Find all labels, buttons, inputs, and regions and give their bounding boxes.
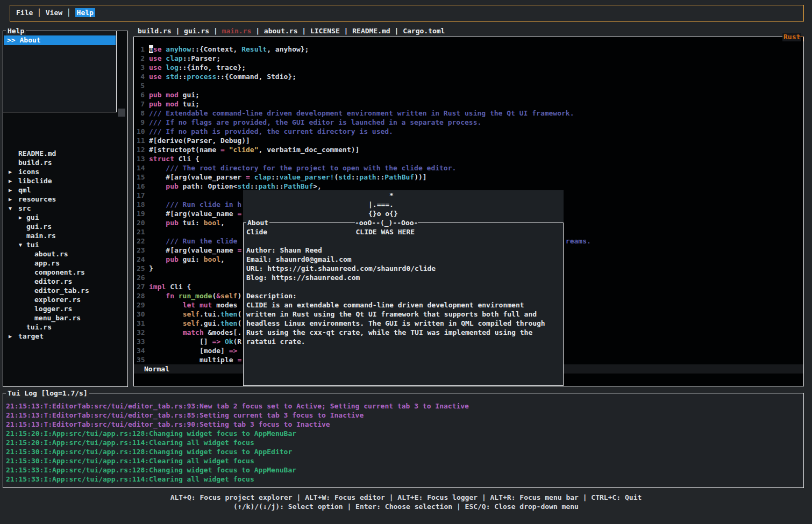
file-tree: README.mdbuild.rs▶icons▶libclide▶qml▶res…: [6, 149, 127, 341]
line-number: 28: [137, 291, 145, 300]
code-line-15[interactable]: 15 #[arg(value_parser = clap::value_pars…: [134, 173, 803, 182]
code-line-9[interactable]: 9/// If no flags are provided, the GUI e…: [134, 118, 803, 127]
tree-item-explorer.rs[interactable]: explorer.rs: [6, 295, 127, 304]
tab-separator: |: [172, 27, 184, 35]
editor-mode-label: Normal: [144, 364, 169, 374]
menu-bar: File │ View │ Help: [10, 5, 804, 21]
editor-corner-accent: [803, 37, 803, 41]
help-dropdown: Help >> About: [3, 31, 117, 112]
tab-main.rs[interactable]: main.rs: [222, 27, 252, 35]
tree-item-component.rs[interactable]: component.rs: [6, 268, 127, 277]
menu-items: File │ View │ Help: [16, 8, 95, 18]
tree-item-icons[interactable]: ▶icons: [6, 167, 127, 176]
tab-Cargo.toml[interactable]: Cargo.toml: [403, 27, 445, 35]
menu-item-view[interactable]: View: [46, 8, 62, 17]
tree-item-README.md[interactable]: README.md: [6, 149, 127, 158]
line-number: 26: [137, 273, 145, 282]
tab-README.md[interactable]: README.md: [352, 27, 390, 35]
about-popup-box: About -ooO--(_)--Ooo- Clide CLIDE WAS HE…: [243, 222, 564, 386]
tree-item-label: tui.rs: [6, 322, 52, 332]
code-line-10[interactable]: 10/// If no path is provided, the curren…: [134, 127, 803, 136]
tree-item-app.rs[interactable]: app.rs: [6, 259, 127, 268]
tree-item-label: menu_bar.rs: [6, 313, 81, 322]
tree-item-libclide[interactable]: ▶libclide: [6, 176, 127, 185]
menu-item-help[interactable]: Help: [75, 8, 95, 17]
tab-LICENSE[interactable]: LICENSE: [310, 27, 340, 35]
menu-item-file[interactable]: File: [16, 8, 33, 17]
ascii-art-border: -ooO--(_)--Ooo-: [355, 218, 418, 227]
log-entry: 21:15:20:I:App:src/tui/app.rs:128:Changi…: [6, 429, 802, 438]
line-number: 22: [137, 236, 145, 246]
code-line-5[interactable]: 5: [134, 81, 803, 90]
line-number: 32: [137, 328, 145, 337]
tree-item-main.rs[interactable]: main.rs: [6, 231, 127, 240]
tree-item-build.rs[interactable]: build.rs: [6, 158, 127, 167]
tab-separator: |: [340, 27, 352, 35]
line-number: 8: [137, 109, 145, 118]
code-line-16[interactable]: 16 pub path: Option<std::path::PathBuf>,: [134, 182, 803, 191]
tab-gui.rs[interactable]: gui.rs: [184, 27, 209, 35]
code-line-1[interactable]: 1use anyhow::{Context, Result, anyhow};: [134, 45, 803, 54]
chevron-right-icon: ▶: [9, 176, 12, 185]
line-number: 27: [137, 282, 145, 291]
help-bar-shortcuts-line2: (↑/k)/(↓/j): Select option | Enter: Choo…: [0, 502, 812, 511]
tree-item-editor.rs[interactable]: editor.rs: [6, 277, 127, 286]
tree-item-label: component.rs: [6, 268, 85, 277]
code-line-6[interactable]: 6pub mod gui;: [134, 90, 803, 99]
tree-item-gui[interactable]: ▶gui: [6, 213, 127, 222]
code-line-3[interactable]: 3use log::{info, trace};: [134, 63, 803, 72]
code-line-7[interactable]: 7pub mod tui;: [134, 99, 803, 109]
tree-item-editor_tab.rs[interactable]: editor_tab.rs: [6, 286, 127, 295]
tree-item-target[interactable]: ▶target: [6, 332, 127, 341]
help-bar-shortcuts-line1: ALT+Q: Focus project explorer | ALT+W: F…: [0, 493, 812, 502]
tab-about.rs[interactable]: about.rs: [264, 27, 298, 35]
tree-item-label: logger.rs: [6, 304, 72, 313]
tab-build.rs[interactable]: build.rs: [138, 27, 172, 35]
help-dropdown-title: Help: [6, 26, 26, 35]
code-line-14[interactable]: 14 /// The root directory for the projec…: [134, 163, 803, 173]
tree-item-label: main.rs: [6, 231, 56, 240]
line-number: 7: [137, 99, 145, 109]
tree-item-qml[interactable]: ▶qml: [6, 185, 127, 195]
tui-log-panel: Tui Log [log=1.7/s] 21:15:13:T:EditorTab…: [3, 393, 804, 488]
scrollbar-thumb[interactable]: [118, 109, 125, 117]
tab-separator: |: [209, 27, 222, 35]
chevron-right-icon: ▶: [19, 213, 22, 222]
code-line-12[interactable]: 12#[structopt(name = "clide", verbatim_d…: [134, 145, 803, 154]
line-number: 9: [137, 118, 145, 127]
tree-item-tui.rs[interactable]: tui.rs: [6, 322, 127, 332]
line-number: 25: [137, 264, 145, 273]
tree-item-menu_bar.rs[interactable]: menu_bar.rs: [6, 313, 127, 322]
log-list: 21:15:13:T:EditorTab:src/tui/editor_tab.…: [6, 401, 802, 484]
code-line-4[interactable]: 4use std::process::{Command, Stdio};: [134, 72, 803, 81]
code-line-8[interactable]: 8/// Extendable command-line driven deve…: [134, 109, 803, 118]
line-number: 1: [137, 45, 145, 54]
about-popup-body: Clide CLIDE WAS HERE Author: Shaun Reed …: [246, 227, 545, 346]
tree-item-label: gui.rs: [6, 222, 52, 231]
line-number: 29: [137, 300, 145, 310]
line-number: 17: [137, 191, 145, 200]
tui-log-title: Tui Log [log=1.7/s]: [6, 389, 89, 398]
line-number: 16: [137, 182, 145, 191]
chevron-right-icon: ▶: [9, 195, 12, 204]
line-number: 24: [137, 255, 145, 264]
ascii-art: * |.===. {}o o{}: [246, 191, 398, 218]
code-line-2[interactable]: 2use clap::Parser;: [134, 54, 803, 63]
code-line-11[interactable]: 11#[derive(Parser, Debug)]: [134, 136, 803, 145]
tree-item-src[interactable]: ▼src: [6, 204, 127, 213]
line-number: 15: [137, 173, 145, 182]
line-number: 5: [137, 81, 145, 90]
tree-item-label: resources: [6, 195, 56, 204]
tree-item-tui[interactable]: ▼tui: [6, 240, 127, 249]
line-number: 11: [137, 136, 145, 145]
editor-tabs: build.rs | gui.rs | main.rs | about.rs |…: [138, 26, 445, 35]
tree-item-label: build.rs: [6, 158, 52, 167]
line-number: 10: [137, 127, 145, 136]
tree-item-gui.rs[interactable]: gui.rs: [6, 222, 127, 231]
menu-option-about[interactable]: >> About: [4, 35, 116, 45]
log-entry: 21:15:33:I:App:src/tui/app.rs:128:Changi…: [6, 465, 802, 475]
tree-item-logger.rs[interactable]: logger.rs: [6, 304, 127, 313]
code-line-13[interactable]: 13struct Cli {: [134, 154, 803, 163]
tree-item-about.rs[interactable]: about.rs: [6, 249, 127, 259]
tree-item-resources[interactable]: ▶resources: [6, 195, 127, 204]
